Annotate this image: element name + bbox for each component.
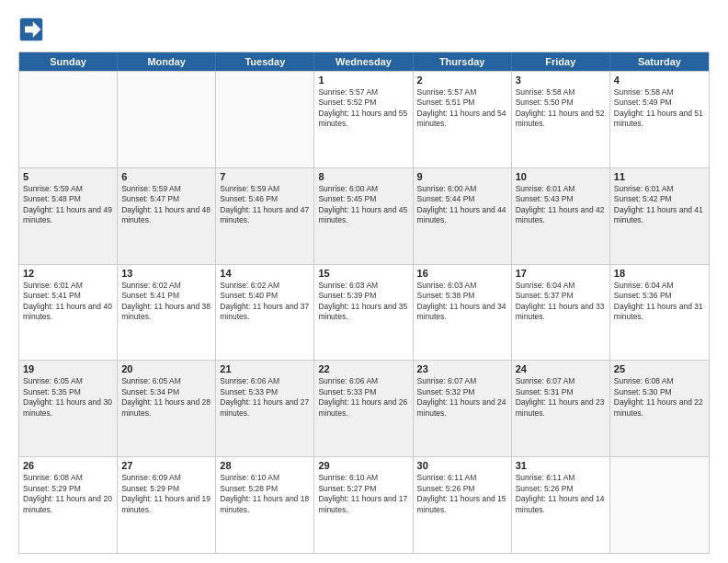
day-info-line: Sunset: 5:33 PM — [220, 387, 310, 397]
day-cell-6: 6Sunrise: 5:59 AMSunset: 5:47 PMDaylight… — [118, 168, 216, 264]
day-cell-8: 8Sunrise: 6:00 AMSunset: 5:45 PMDaylight… — [314, 168, 413, 264]
day-cell-17: 17Sunrise: 6:04 AMSunset: 5:37 PMDayligh… — [512, 265, 610, 361]
day-info-line: Sunset: 5:34 PM — [121, 387, 211, 397]
day-cell-9: 9Sunrise: 6:00 AMSunset: 5:44 PMDaylight… — [414, 168, 512, 264]
day-info-line: Sunset: 5:31 PM — [516, 387, 606, 397]
day-cell-18: 18Sunrise: 6:04 AMSunset: 5:36 PMDayligh… — [610, 265, 709, 361]
day-number: 24 — [516, 363, 606, 374]
day-cell-29: 29Sunrise: 6:10 AMSunset: 5:27 PMDayligh… — [314, 457, 413, 553]
day-number: 18 — [614, 268, 705, 279]
day-info-line: Daylight: 11 hours and 54 minutes. — [417, 109, 507, 130]
empty-cell — [610, 457, 709, 553]
day-cell-24: 24Sunrise: 6:07 AMSunset: 5:31 PMDayligh… — [512, 361, 610, 456]
day-info-line: Daylight: 11 hours and 55 minutes. — [318, 109, 408, 130]
day-cell-20: 20Sunrise: 6:05 AMSunset: 5:34 PMDayligh… — [118, 361, 216, 456]
day-number: 13 — [121, 268, 211, 279]
day-info-line: Sunset: 5:37 PM — [516, 291, 606, 301]
day-cell-7: 7Sunrise: 5:59 AMSunset: 5:46 PMDaylight… — [216, 168, 314, 264]
day-info-line: Daylight: 11 hours and 49 minutes. — [23, 205, 113, 226]
day-cell-23: 23Sunrise: 6:07 AMSunset: 5:32 PMDayligh… — [414, 361, 512, 456]
day-info-line: Sunrise: 5:59 AM — [121, 184, 211, 194]
day-info-line: Sunrise: 6:08 AM — [614, 376, 705, 386]
calendar-week-3: 12Sunrise: 6:01 AMSunset: 5:41 PMDayligh… — [19, 264, 709, 361]
day-cell-27: 27Sunrise: 6:09 AMSunset: 5:29 PMDayligh… — [118, 457, 216, 553]
day-header-wednesday: Wednesday — [314, 52, 413, 71]
day-info-line: Sunset: 5:38 PM — [417, 291, 507, 301]
day-info-line: Daylight: 11 hours and 19 minutes. — [121, 494, 211, 515]
day-info-line: Sunset: 5:32 PM — [417, 387, 507, 397]
calendar-week-2: 5Sunrise: 5:59 AMSunset: 5:48 PMDaylight… — [19, 167, 709, 264]
day-info-line: Daylight: 11 hours and 48 minutes. — [121, 205, 211, 226]
day-number: 3 — [516, 75, 606, 86]
day-info-line: Daylight: 11 hours and 38 minutes. — [121, 302, 211, 323]
day-info-line: Sunset: 5:50 PM — [516, 98, 606, 108]
day-header-sunday: Sunday — [19, 52, 118, 71]
day-cell-19: 19Sunrise: 6:05 AMSunset: 5:35 PMDayligh… — [19, 361, 118, 456]
calendar-week-4: 19Sunrise: 6:05 AMSunset: 5:35 PMDayligh… — [19, 360, 709, 456]
day-info-line: Daylight: 11 hours and 35 minutes. — [318, 302, 408, 323]
day-info-line: Sunset: 5:39 PM — [318, 291, 408, 301]
day-cell-10: 10Sunrise: 6:01 AMSunset: 5:43 PMDayligh… — [512, 168, 610, 264]
day-info-line: Daylight: 11 hours and 17 minutes. — [318, 494, 408, 515]
calendar-body: 1Sunrise: 5:57 AMSunset: 5:52 PMDaylight… — [19, 71, 709, 553]
day-info-line: Sunset: 5:51 PM — [417, 98, 507, 108]
day-number: 15 — [318, 268, 408, 279]
day-info-line: Sunrise: 5:57 AM — [417, 87, 507, 98]
day-number: 21 — [220, 363, 310, 374]
day-cell-11: 11Sunrise: 6:01 AMSunset: 5:42 PMDayligh… — [610, 168, 709, 264]
day-number: 10 — [516, 171, 606, 182]
day-info-line: Sunrise: 6:01 AM — [516, 184, 606, 194]
day-info-line: Sunrise: 6:05 AM — [121, 376, 211, 386]
calendar-week-1: 1Sunrise: 5:57 AMSunset: 5:52 PMDaylight… — [19, 71, 709, 167]
day-info-line: Daylight: 11 hours and 24 minutes. — [417, 397, 507, 419]
day-number: 2 — [417, 75, 507, 86]
day-info-line: Daylight: 11 hours and 26 minutes. — [318, 397, 408, 419]
day-header-tuesday: Tuesday — [216, 52, 314, 71]
day-header-saturday: Saturday — [610, 52, 709, 71]
calendar-week-5: 26Sunrise: 6:08 AMSunset: 5:29 PMDayligh… — [19, 456, 709, 553]
day-cell-1: 1Sunrise: 5:57 AMSunset: 5:52 PMDaylight… — [314, 72, 413, 167]
day-number: 20 — [121, 363, 211, 374]
day-info-line: Sunrise: 5:58 AM — [516, 87, 606, 98]
calendar-header: SundayMondayTuesdayWednesdayThursdayFrid… — [19, 52, 709, 71]
day-number: 11 — [614, 171, 705, 182]
day-number: 25 — [614, 363, 705, 374]
day-number: 16 — [417, 268, 507, 279]
day-info-line: Daylight: 11 hours and 30 minutes. — [23, 397, 113, 419]
day-info-line: Sunrise: 6:01 AM — [614, 184, 705, 194]
day-cell-26: 26Sunrise: 6:08 AMSunset: 5:29 PMDayligh… — [19, 457, 118, 553]
day-info-line: Daylight: 11 hours and 18 minutes. — [220, 494, 310, 515]
day-info-line: Sunrise: 6:04 AM — [516, 281, 606, 291]
day-cell-31: 31Sunrise: 6:11 AMSunset: 5:26 PMDayligh… — [512, 457, 610, 553]
logo-icon — [18, 17, 44, 42]
day-number: 28 — [220, 460, 310, 471]
page-header — [18, 17, 710, 42]
day-info-line: Sunrise: 6:04 AM — [614, 281, 705, 291]
day-cell-30: 30Sunrise: 6:11 AMSunset: 5:26 PMDayligh… — [414, 457, 512, 553]
day-info-line: Sunset: 5:42 PM — [614, 194, 705, 204]
day-info-line: Daylight: 11 hours and 14 minutes. — [516, 494, 606, 515]
day-number: 8 — [318, 171, 408, 182]
day-info-line: Sunrise: 6:00 AM — [417, 184, 507, 194]
day-info-line: Sunrise: 6:08 AM — [23, 473, 113, 483]
day-info-line: Sunrise: 6:05 AM — [23, 376, 113, 386]
day-info-line: Daylight: 11 hours and 23 minutes. — [516, 397, 606, 419]
day-cell-14: 14Sunrise: 6:02 AMSunset: 5:40 PMDayligh… — [216, 265, 314, 361]
day-info-line: Daylight: 11 hours and 27 minutes. — [220, 397, 310, 419]
day-info-line: Daylight: 11 hours and 42 minutes. — [516, 205, 606, 226]
day-info-line: Sunset: 5:43 PM — [516, 194, 606, 204]
day-info-line: Sunrise: 6:07 AM — [516, 376, 606, 386]
day-cell-22: 22Sunrise: 6:06 AMSunset: 5:33 PMDayligh… — [314, 361, 413, 456]
day-info-line: Daylight: 11 hours and 52 minutes. — [516, 109, 606, 130]
day-info-line: Sunrise: 6:03 AM — [318, 281, 408, 291]
day-info-line: Sunset: 5:30 PM — [614, 387, 705, 397]
day-cell-15: 15Sunrise: 6:03 AMSunset: 5:39 PMDayligh… — [314, 265, 413, 361]
day-cell-28: 28Sunrise: 6:10 AMSunset: 5:28 PMDayligh… — [216, 457, 314, 553]
day-info-line: Sunset: 5:47 PM — [121, 194, 211, 204]
day-info-line: Sunrise: 5:59 AM — [23, 184, 113, 194]
day-info-line: Sunrise: 6:06 AM — [318, 376, 408, 386]
day-info-line: Sunset: 5:35 PM — [23, 387, 113, 397]
day-number: 31 — [516, 460, 606, 471]
day-info-line: Daylight: 11 hours and 22 minutes. — [614, 397, 705, 419]
day-info-line: Daylight: 11 hours and 33 minutes. — [516, 302, 606, 323]
